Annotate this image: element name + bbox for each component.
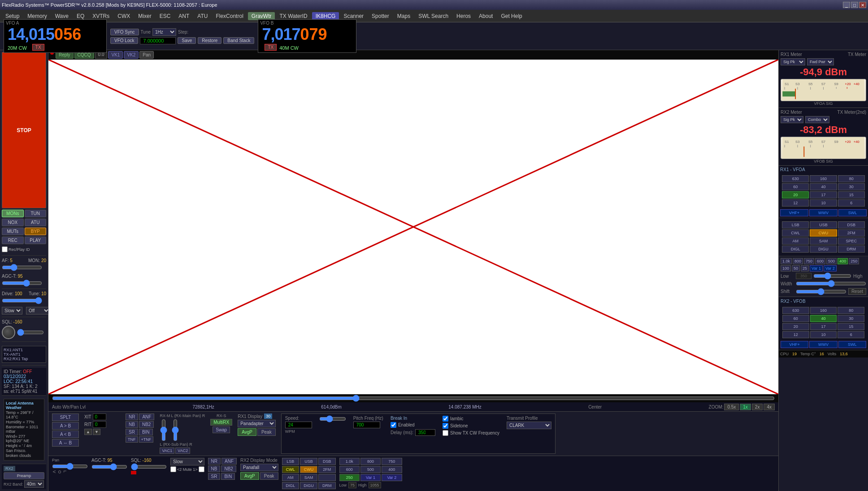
- rx2-band-12-right[interactable]: 12: [782, 331, 809, 338]
- menu-ant[interactable]: ANT: [175, 12, 193, 20]
- filter-500[interactable]: 500: [826, 258, 837, 264]
- filter-400[interactable]: 400: [838, 258, 848, 264]
- rx2-combo-select[interactable]: Combo: [805, 116, 829, 123]
- sam-button[interactable]: SAM: [810, 237, 837, 245]
- reset-button[interactable]: Reset: [848, 288, 866, 295]
- pan-slider-input[interactable]: [52, 395, 775, 401]
- rx2-sr-button[interactable]: SR: [208, 473, 221, 480]
- rx2-band-6-right[interactable]: 6: [838, 331, 864, 338]
- transmit-profile-select[interactable]: CLARK: [507, 422, 551, 429]
- rx2-band-swl-right[interactable]: SWL: [838, 341, 866, 348]
- low-slider[interactable]: [813, 273, 851, 279]
- menu-eq[interactable]: EQ: [73, 12, 88, 20]
- rx2-band-var2[interactable]: Var 2: [382, 474, 402, 481]
- rx2-band-vhf-right[interactable]: VHF+: [781, 341, 808, 348]
- rx2-sam-button[interactable]: SAM: [300, 474, 317, 481]
- splt-button[interactable]: SPLT: [52, 413, 79, 421]
- menu-gethelp[interactable]: Get Help: [497, 12, 525, 20]
- band-6[interactable]: 6: [838, 199, 865, 207]
- shift-slider[interactable]: [796, 289, 846, 295]
- swap-button[interactable]: Swap: [213, 426, 230, 433]
- rx2-band-400[interactable]: 400: [382, 466, 402, 473]
- af-slider[interactable]: [2, 264, 42, 271]
- band-10[interactable]: 10: [810, 199, 837, 207]
- tun-button[interactable]: TUN: [25, 210, 47, 217]
- rx2-nb2-button[interactable]: NB2: [221, 465, 236, 472]
- band-swl[interactable]: SWL: [838, 209, 867, 216]
- a-ab-button[interactable]: A ↔ B: [52, 439, 79, 447]
- rxm-fader-right[interactable]: [171, 419, 179, 441]
- cw-enabled-checkbox[interactable]: [391, 422, 396, 428]
- rx2-preamp-button[interactable]: Preamp: [4, 472, 44, 479]
- zoom-0-5-button[interactable]: 0.5x: [724, 404, 739, 410]
- filter-var2[interactable]: Var 2: [824, 265, 837, 271]
- minimize-button[interactable]: _: [843, 2, 850, 8]
- rx2-2fm-button[interactable]: 2FM: [318, 466, 336, 473]
- nox-button[interactable]: NOX: [2, 219, 24, 226]
- cw-delay-input[interactable]: [415, 429, 435, 436]
- rx2-pan-slider[interactable]: [52, 463, 88, 469]
- rx2-band-800[interactable]: 800: [360, 458, 381, 465]
- vfo-restore-button[interactable]: Restore: [198, 37, 221, 44]
- menu-scanner[interactable]: Scanner: [340, 12, 367, 20]
- rxm-fader-left[interactable]: [160, 419, 168, 441]
- band-vhf[interactable]: VHF+: [780, 209, 808, 216]
- b-a-button[interactable]: A < B: [52, 431, 79, 438]
- drive-slider[interactable]: [2, 297, 42, 304]
- usb-button[interactable]: USB: [810, 221, 837, 228]
- peak-button[interactable]: Peak: [257, 428, 276, 436]
- menu-spotter[interactable]: Spotter: [368, 12, 393, 20]
- rx2-usb-button[interactable]: USB: [300, 458, 317, 465]
- rx2-am-button[interactable]: AM: [282, 474, 299, 481]
- menu-mixer[interactable]: Mixer: [135, 12, 155, 20]
- vfo-a-freq-main[interactable]: 14,015: [8, 25, 54, 44]
- byp-button[interactable]: BYP: [25, 228, 47, 235]
- rx2-digu-button[interactable]: DIGU: [300, 482, 317, 489]
- cw-speed-input[interactable]: [285, 422, 312, 428]
- vfo-b-freq-sub[interactable]: 079: [300, 25, 327, 44]
- rx2-cwl-button[interactable]: CWL: [282, 466, 299, 473]
- rx2-agc-select[interactable]: Slow Med Fast: [170, 458, 204, 465]
- preamp-select[interactable]: Off +10dB +20dB: [26, 307, 50, 314]
- vfo-band-stack-button[interactable]: Band Stack: [223, 37, 254, 44]
- rx2-sig-select[interactable]: Sig Pk: [781, 116, 803, 123]
- band-40[interactable]: 40: [810, 183, 837, 190]
- vfo-b-freq-main[interactable]: 7,017: [262, 25, 300, 44]
- filter-250[interactable]: 250: [849, 258, 859, 264]
- rx2-band-500[interactable]: 500: [360, 466, 381, 473]
- 2fm-button[interactable]: 2FM: [838, 229, 865, 237]
- menu-setup[interactable]: Setup: [2, 12, 23, 20]
- agct-slider[interactable]: [2, 280, 42, 286]
- rx2-drm-button[interactable]: DRM: [318, 482, 336, 489]
- menu-about[interactable]: About: [475, 12, 496, 20]
- band-30[interactable]: 30: [838, 183, 865, 190]
- maximize-button[interactable]: □: [851, 2, 858, 8]
- nb-button[interactable]: NB: [126, 421, 138, 428]
- iambic-checkbox[interactable]: [443, 416, 448, 422]
- close-button[interactable]: ✕: [859, 2, 866, 8]
- nr-button[interactable]: NR: [126, 413, 138, 420]
- rx2-sql-slider[interactable]: [131, 464, 167, 470]
- menu-esc[interactable]: ESC: [156, 12, 174, 20]
- filter-800[interactable]: 800: [793, 258, 803, 264]
- rec-button[interactable]: REC: [2, 237, 24, 244]
- band-17[interactable]: 17: [810, 191, 837, 198]
- rx2-band-10-right[interactable]: 10: [810, 331, 837, 338]
- filter-100[interactable]: 100: [781, 265, 791, 271]
- vac1-button[interactable]: VAC1: [160, 448, 174, 454]
- xit-rit-down-button[interactable]: ▼: [93, 429, 100, 435]
- menu-gravwtr[interactable]: GravWtr: [248, 12, 275, 20]
- rx2-nb-button[interactable]: NB: [208, 465, 221, 472]
- band-20[interactable]: 20: [782, 191, 809, 198]
- rx2-mute-checkbox[interactable]: [170, 466, 176, 472]
- vk2-button[interactable]: VK2: [124, 51, 139, 59]
- rx1-fwd-select[interactable]: Fwd Pwr Ref Pwr: [807, 58, 834, 65]
- rx2-band-630[interactable]: 630: [782, 307, 809, 314]
- filter-750[interactable]: 750: [804, 258, 814, 264]
- atu-button[interactable]: ATU: [25, 219, 47, 226]
- avgp-button[interactable]: AvgP: [238, 428, 256, 436]
- menu-callsign[interactable]: IK8HCG: [312, 12, 339, 20]
- rx2-digl-button[interactable]: DIGL: [282, 482, 299, 489]
- tune-step-select[interactable]: 1Hz 10Hz 100Hz: [152, 28, 176, 36]
- rx2-band-80[interactable]: 80: [838, 307, 864, 314]
